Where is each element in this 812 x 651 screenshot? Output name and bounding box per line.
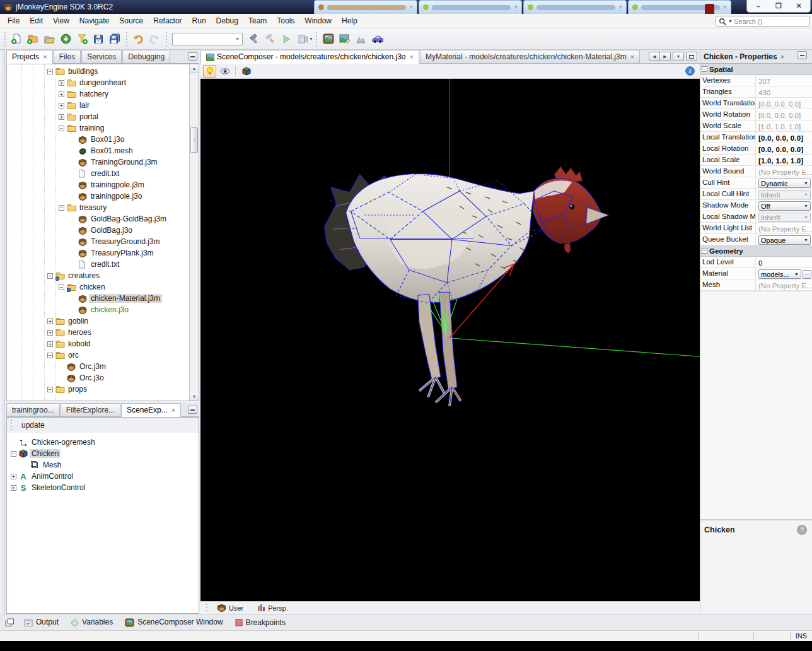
tree-item-goblin[interactable]: +goblin — [7, 315, 199, 327]
tree-item-props[interactable]: −props — [7, 384, 199, 395]
expand-icon[interactable]: + — [47, 341, 53, 347]
property-combobox[interactable]: Dynamic▼ — [758, 179, 811, 188]
undo-button[interactable] — [130, 31, 146, 47]
collapse-icon[interactable]: − — [47, 69, 53, 74]
minimize-button[interactable]: – — [750, 1, 767, 11]
property-value[interactable]: [0.0, 0.0, 0.0] — [756, 143, 812, 154]
tree-item-heroes[interactable]: +heroes — [7, 327, 199, 338]
tree-item-goldbag-j3o[interactable]: GoldBag.j3o — [7, 225, 199, 236]
expand-icon[interactable]: + — [11, 485, 16, 491]
tree-item-creatures[interactable]: −creatures — [7, 270, 199, 281]
expand-icon[interactable]: + — [59, 103, 64, 108]
maximize-editor-button[interactable] — [686, 52, 697, 61]
scenecomposer-window-button[interactable] — [320, 31, 337, 47]
projects-scrollbar[interactable]: ▲ ▼ — [189, 64, 199, 401]
info-icon[interactable]: i — [685, 66, 695, 76]
projects-tab-debugging[interactable]: Debugging — [122, 50, 170, 63]
scroll-tabs-right-button[interactable]: ▶ — [659, 52, 671, 61]
camera-mode-button[interactable]: User — [212, 604, 248, 613]
docked-output[interactable]: Output — [20, 616, 62, 628]
tree-item-lair[interactable]: +lair — [7, 100, 199, 111]
collapse-icon[interactable]: − — [47, 273, 53, 279]
tree-item-portal[interactable]: +portal — [7, 111, 199, 122]
tree-item-treasuryplank-j3m[interactable]: TreasuryPlank.j3m — [7, 247, 199, 259]
property-value[interactable]: [1.0, 1.0, 1.0] — [756, 155, 812, 165]
tree-item-treasuryground-j3m[interactable]: TreasuryGround.j3m — [7, 236, 199, 247]
tree-item-chicken[interactable]: −Chicken — [7, 448, 199, 459]
dock-windows-icon[interactable] — [5, 618, 14, 627]
property-value[interactable]: 0 — [756, 257, 812, 267]
restore-button[interactable]: ❐ — [770, 1, 787, 11]
tree-item-dungeonheart[interactable]: +dungeonheart — [7, 77, 199, 88]
run-project-button[interactable] — [278, 31, 294, 47]
scene-viewport[interactable] — [200, 79, 700, 601]
expand-icon[interactable]: + — [11, 474, 16, 479]
tree-item-buildings[interactable]: −buildings — [7, 66, 199, 77]
property-combobox[interactable]: Off▼ — [758, 201, 811, 211]
menu-run[interactable]: Run — [187, 15, 211, 26]
collapse-icon[interactable]: − — [11, 451, 16, 457]
close-icon[interactable]: × — [630, 53, 634, 61]
projects-tab-services[interactable]: Services — [81, 50, 122, 63]
tree-item-trainingpole-j3o[interactable]: trainingpole.j3o — [7, 191, 199, 202]
update-center-button[interactable] — [57, 31, 74, 47]
expand-icon[interactable]: + — [59, 91, 64, 97]
collapse-icon[interactable]: − — [59, 284, 64, 290]
mountains-button[interactable] — [353, 31, 369, 47]
menu-tools[interactable]: Tools — [272, 15, 299, 26]
editor-tab[interactable]: SceneComposer - models/creatures/chicken… — [200, 50, 419, 64]
expand-icon[interactable]: + — [47, 319, 53, 324]
toggle-visibility-button[interactable] — [218, 65, 231, 78]
tree-item-trainingpole-j3m[interactable]: trainingpole.j3m — [7, 179, 199, 191]
scroll-down-arrow[interactable]: ▼ — [190, 392, 199, 401]
scroll-tabs-left-button[interactable]: ◀ — [649, 52, 660, 61]
close-icon[interactable]: × — [409, 53, 413, 61]
docked-scenecomposer-window[interactable]: SceneComposer Window — [121, 616, 226, 628]
tree-item-treasury[interactable]: −treasury — [7, 202, 199, 213]
projection-button[interactable]: Persp. — [252, 604, 293, 613]
tree-item-orc-j3m[interactable]: Orc.j3m — [7, 361, 199, 372]
tree-item-training[interactable]: −training — [7, 122, 199, 134]
tree-item-orc[interactable]: −orc — [7, 349, 199, 361]
docked-breakpoints[interactable]: Breakpoints — [231, 617, 289, 628]
collapse-icon[interactable]: − — [59, 126, 64, 131]
close-icon[interactable]: × — [171, 406, 175, 414]
tree-item-chicken[interactable]: −chicken — [7, 281, 199, 293]
close-icon[interactable]: × — [43, 53, 47, 61]
menu-help[interactable]: Help — [337, 15, 362, 26]
close-icon[interactable]: × — [780, 53, 784, 61]
tree-item-orc-j3o[interactable]: Orc.j3o — [7, 372, 199, 384]
tree-item-credit-txt[interactable]: credit.txt — [7, 259, 199, 270]
expand-icon[interactable]: + — [59, 80, 64, 86]
menu-source[interactable]: Source — [114, 15, 148, 26]
tree-item-hatchery[interactable]: +hatchery — [7, 88, 199, 100]
menu-refactor[interactable]: Refactor — [148, 15, 187, 26]
projects-tab-projects[interactable]: Projects× — [6, 50, 53, 64]
scroll-thumb[interactable] — [190, 127, 198, 153]
tree-item-box01-mesh[interactable]: Box01.mesh — [7, 145, 199, 156]
collapse-icon[interactable]: − — [47, 353, 53, 358]
tree-item-animcontrol[interactable]: +AAnimControl — [7, 471, 199, 482]
menu-navigate[interactable]: Navigate — [74, 15, 114, 26]
tree-item-kobold[interactable]: +kobold — [7, 338, 199, 349]
terrain-editor-button[interactable] — [337, 31, 353, 47]
expand-icon[interactable]: + — [59, 114, 64, 120]
save-all-button[interactable] — [107, 31, 123, 47]
minimize-panel-button[interactable] — [798, 51, 807, 59]
new-file-button[interactable] — [8, 31, 25, 47]
new-project-button[interactable] — [25, 31, 41, 47]
open-project-button[interactable] — [41, 31, 57, 47]
scroll-up-arrow[interactable]: ▲ — [190, 64, 199, 73]
docked-variables[interactable]: Variables — [67, 616, 117, 628]
explorer-tab-sceneexp-[interactable]: SceneExp...× — [121, 403, 181, 417]
tree-item-chicken-j3o[interactable]: chicken.j3o — [7, 304, 199, 315]
tree-item-chicken-ogremesh[interactable]: Chicken-ogremesh — [7, 437, 199, 448]
search-dropdown-icon[interactable]: ▼ — [728, 19, 733, 23]
section-header-geometry[interactable]: −Geometry — [700, 245, 812, 257]
minimize-panel-button[interactable] — [188, 406, 197, 414]
help-icon[interactable]: ? — [797, 525, 807, 535]
editor-tab[interactable]: MyMaterial - models/creatures/chicken/ch… — [420, 50, 640, 63]
search-input[interactable]: ▼Search () — [716, 16, 810, 26]
tree-item-box01-j3o[interactable]: Box01.j3o — [7, 134, 199, 145]
vehicle-creator-button[interactable] — [369, 31, 386, 47]
